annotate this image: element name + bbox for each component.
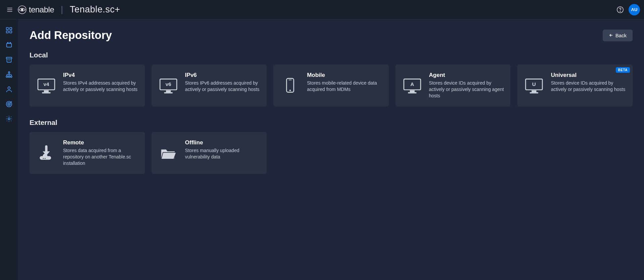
download-cloud-icon <box>36 139 56 167</box>
avatar-initials: AU <box>631 7 638 12</box>
mobile-icon <box>280 72 300 99</box>
svg-text:v4: v4 <box>44 81 49 87</box>
sidebar <box>0 19 18 280</box>
card-desc: Stores manually uploaded vulnerability d… <box>185 147 260 160</box>
folder-open-icon <box>158 139 178 167</box>
monitor-u-icon: U <box>524 72 544 99</box>
user-icon <box>5 86 13 93</box>
card-offline[interactable]: Offline Stores manually uploaded vulnera… <box>152 132 267 174</box>
svg-point-25 <box>8 104 9 105</box>
card-title: Offline <box>185 139 260 146</box>
svg-point-19 <box>6 76 8 78</box>
card-desc: Stores data acquired from a repository o… <box>63 147 138 167</box>
svg-point-4 <box>21 9 23 11</box>
local-card-row: v4 IPv4 Stores IPv4 addresses acquired b… <box>30 64 633 106</box>
sidebar-item-repositories[interactable] <box>2 53 16 66</box>
card-desc: Stores IPv4 addresses acquired by active… <box>63 80 138 93</box>
card-desc: Stores mobile-related device data acquir… <box>307 80 382 93</box>
sidebar-item-scans[interactable] <box>2 38 16 52</box>
svg-text:v6: v6 <box>165 81 171 87</box>
svg-point-37 <box>289 90 291 91</box>
card-title: Agent <box>429 72 504 79</box>
sidebar-item-settings[interactable] <box>2 112 16 126</box>
beta-badge: BETA <box>616 67 630 73</box>
svg-point-18 <box>8 72 10 73</box>
card-title: Remote <box>63 139 138 146</box>
topbar: tenable | Tenable.sc+ AU <box>0 0 644 19</box>
card-title: Universal <box>551 72 626 79</box>
card-universal[interactable]: BETA U Universal Stores device IDs acqui… <box>517 64 633 106</box>
arrow-left-icon <box>609 33 613 38</box>
svg-point-26 <box>8 118 10 120</box>
back-button[interactable]: Back <box>603 30 633 41</box>
gear-icon <box>5 115 13 123</box>
page-title: Add Repository <box>30 29 112 42</box>
external-card-row: Remote Stores data acquired from a repos… <box>30 132 633 174</box>
hierarchy-icon <box>5 71 13 78</box>
monitor-a-icon: A <box>402 72 422 99</box>
main-content: Add Repository Back Local v4 <box>18 19 644 280</box>
sidebar-item-reporting[interactable] <box>2 97 16 111</box>
svg-rect-16 <box>6 57 12 59</box>
help-button[interactable] <box>614 4 626 15</box>
user-avatar[interactable]: AU <box>629 4 640 15</box>
archive-icon <box>5 56 13 63</box>
svg-point-47 <box>45 158 46 159</box>
target-icon <box>5 100 13 108</box>
svg-rect-33 <box>164 92 172 93</box>
menu-button[interactable] <box>4 4 15 15</box>
card-title: IPv4 <box>63 72 138 79</box>
card-ipv6[interactable]: v6 IPv6 Stores IPv6 addresses acquired b… <box>152 64 267 106</box>
svg-point-21 <box>10 76 12 78</box>
hamburger-icon <box>6 6 13 13</box>
dashboard-icon <box>5 27 13 34</box>
card-title: IPv6 <box>185 72 260 79</box>
svg-rect-10 <box>9 31 11 33</box>
card-ipv4[interactable]: v4 IPv4 Stores IPv4 addresses acquired b… <box>30 64 145 106</box>
section-title-local: Local <box>30 51 633 59</box>
svg-rect-7 <box>6 28 8 30</box>
help-icon <box>616 6 624 13</box>
sidebar-item-assets[interactable] <box>2 68 16 81</box>
svg-rect-11 <box>6 43 11 47</box>
card-desc: Stores device IDs acquired by actively o… <box>429 80 504 99</box>
section-title-external: External <box>30 119 633 127</box>
svg-point-46 <box>43 158 44 159</box>
scan-icon <box>5 41 13 49</box>
back-label: Back <box>615 33 627 38</box>
monitor-v6-icon: v6 <box>158 72 178 99</box>
svg-rect-28 <box>44 90 49 92</box>
sidebar-item-users[interactable] <box>2 83 16 96</box>
svg-point-6 <box>620 11 620 11</box>
monitor-v4-icon: v4 <box>36 72 56 99</box>
brand: tenable | Tenable.sc+ <box>17 4 120 15</box>
card-agent[interactable]: A Agent Stores device IDs acquired by ac… <box>395 64 511 106</box>
svg-rect-8 <box>9 28 11 30</box>
tenable-logo-icon <box>17 5 27 14</box>
card-desc: Stores IPv6 addresses acquired by active… <box>185 80 260 93</box>
card-mobile[interactable]: Mobile Stores mobile-related device data… <box>273 64 389 106</box>
brand-separator: | <box>61 4 63 15</box>
brand-logo: tenable <box>17 5 54 14</box>
svg-rect-39 <box>410 90 415 92</box>
sidebar-item-dashboard[interactable] <box>2 24 16 37</box>
svg-rect-43 <box>532 90 536 92</box>
card-desc: Stores device IDs acquired by actively o… <box>551 80 626 93</box>
svg-rect-32 <box>166 90 170 92</box>
svg-rect-40 <box>408 92 416 93</box>
brand-name: tenable <box>29 5 54 14</box>
svg-text:A: A <box>410 81 414 87</box>
card-remote[interactable]: Remote Stores data acquired from a repos… <box>30 132 145 174</box>
card-title: Mobile <box>307 72 382 79</box>
svg-rect-44 <box>530 92 538 93</box>
svg-rect-29 <box>42 92 51 93</box>
svg-point-22 <box>8 87 10 89</box>
page-header: Add Repository Back <box>30 29 633 42</box>
svg-rect-9 <box>6 31 8 33</box>
svg-text:U: U <box>532 81 536 87</box>
svg-point-20 <box>8 76 10 78</box>
product-name: Tenable.sc+ <box>70 4 120 15</box>
